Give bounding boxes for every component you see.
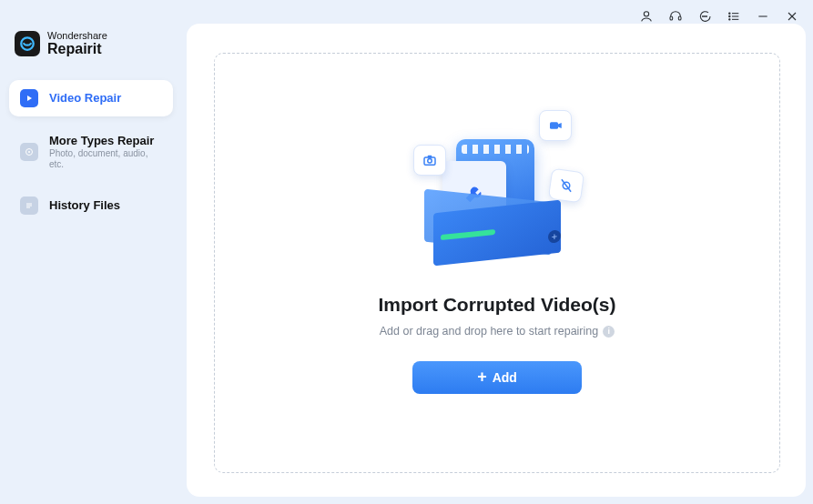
sidebar-item-label: More Types Repair [49,135,162,148]
svg-rect-2 [678,16,681,20]
close-icon[interactable] [784,8,800,25]
svg-point-6 [729,13,730,14]
sidebar-item-video-repair[interactable]: Video Repair [9,80,173,116]
sidebar-item-sublabel: Photo, document, audio, etc. [49,148,162,169]
import-dropzone[interactable]: + Import Corrupted Video(s) Add or drag … [214,53,780,473]
svg-point-18 [28,151,30,153]
svg-point-3 [703,16,704,17]
add-button-label: Add [493,370,517,385]
plus-icon: + [477,368,487,385]
video-card-icon [539,110,572,141]
svg-rect-26 [428,156,432,158]
main-panel: + Import Corrupted Video(s) Add or drag … [187,24,806,497]
camera-card-icon [413,145,446,176]
import-subline: Add or drag and drop here to start repai… [380,325,615,338]
history-icon [20,197,38,215]
svg-point-0 [644,12,648,16]
sidebar-nav: Video Repair More Types Repair Photo, do… [9,76,173,224]
brand-line2: Repairit [47,42,107,57]
minimize-icon[interactable] [755,8,771,25]
svg-point-25 [428,159,432,164]
feedback-icon[interactable] [696,8,713,25]
sidebar-item-more-types[interactable]: More Types Repair Photo, document, audio… [9,126,173,178]
svg-marker-23 [558,123,562,128]
svg-marker-16 [27,96,32,101]
svg-point-10 [729,19,730,20]
import-subline-text: Add or drag and drop here to start repai… [380,325,598,338]
toolbox-illustration: + [406,105,588,277]
add-button[interactable]: + Add [412,361,582,394]
logo-text: Wondershare Repairit [47,31,107,56]
sidebar-item-history[interactable]: History Files [9,187,173,224]
import-headline: Import Corrupted Video(s) [379,294,616,316]
support-icon[interactable] [667,8,684,25]
svg-rect-22 [550,122,558,129]
account-icon[interactable] [638,8,655,25]
sidebar-item-label: History Files [49,199,120,213]
app-logo: Wondershare Repairit [9,27,173,76]
svg-line-28 [560,179,573,192]
menu-list-icon[interactable] [726,8,742,25]
logo-mark-icon [15,31,40,56]
brand-line1: Wondershare [47,31,107,42]
svg-point-8 [729,15,730,16]
svg-point-4 [705,16,706,17]
svg-point-5 [706,16,707,17]
svg-rect-1 [670,16,673,20]
sidebar-item-label: Video Repair [49,92,121,106]
more-types-icon [20,143,38,161]
sidebar: Wondershare Repairit Video Repair More T… [0,0,182,504]
bug-card-icon [548,168,584,204]
play-icon [20,89,38,107]
info-icon[interactable]: i [603,326,615,338]
